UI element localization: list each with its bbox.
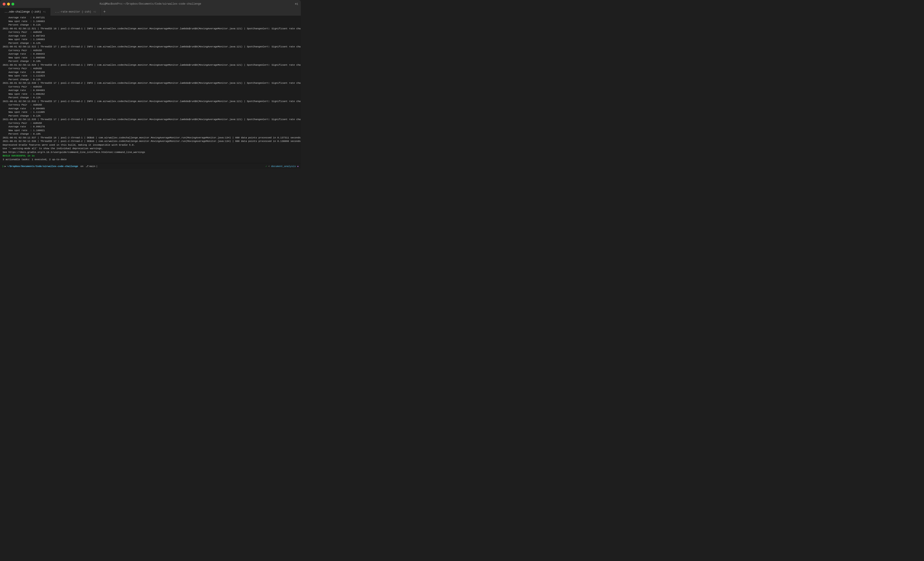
- check-icon: ✓: [266, 165, 267, 168]
- prompt-right-section: ✓ < document_analysis ◆: [266, 165, 298, 168]
- tab-1-shortcut: ⌘1: [43, 11, 46, 13]
- prompt-arrow-icon: ▶: [4, 165, 6, 168]
- terminal-line: Deprecated Gradle features were used in …: [3, 143, 298, 147]
- terminal-line: Average rate : 0.996643: [3, 52, 298, 56]
- terminal-line: New spot rate : 1.109863: [3, 20, 298, 23]
- prompt-cursor: |: [96, 165, 98, 168]
- terminal-line: Average rate : 0.997131: [3, 16, 298, 20]
- terminal-line: 2021-08-01 02:50:12.532 | ThreadID 17 | …: [3, 99, 298, 103]
- terminal-line: Currency Pair : AUDUSD: [3, 122, 298, 125]
- terminal-line: Currency Pair : AUDUSD: [3, 30, 298, 34]
- document-analysis-label: document_analysis: [271, 165, 296, 168]
- terminal-line: Use '--warning-mode all' to show the ind…: [3, 147, 298, 150]
- prompt-bar: ❯ ▶ ~/Dropbox/Documents/Code/airwallex-c…: [0, 163, 301, 169]
- terminal-line: 2021-08-01 02:50:12.521 | ThreadID 16 | …: [3, 27, 298, 31]
- prompt-left-angle: <: [268, 165, 270, 168]
- tab-1-label: ...ode-challenge (-zsh): [4, 11, 41, 14]
- terminal-line: BUILD SUCCESSFUL in 1s: [3, 154, 298, 158]
- terminal-line: Average rate : 0.994965: [3, 107, 298, 111]
- prompt-status-icon: ❯: [2, 165, 4, 168]
- terminal-line: Average rate : 0.998180: [3, 71, 298, 74]
- terminal-line: Currency Pair : AUDUSD: [3, 67, 298, 71]
- terminal-line: 2021-08-01 02:50:12.538 | ThreadID 17 | …: [3, 140, 298, 143]
- terminal-output[interactable]: Average rate : 0.997643 New spot rate : …: [0, 16, 301, 163]
- terminal-line: 2021-08-01 02:50:12.522 | ThreadID 17 | …: [3, 45, 298, 49]
- terminal-line: Currency Pair : AUDUSD: [3, 103, 298, 107]
- terminal-line: Percent change : 0.11%: [3, 78, 298, 81]
- terminal-line: Average rate : 0.994603: [3, 89, 298, 92]
- maximize-button[interactable]: [12, 3, 14, 6]
- titlebar: Kai@MacBookPro:~/Dropbox/Documents/Code/…: [0, 0, 301, 8]
- terminal-line: 2021-08-01 02:50:12.530 | ThreadID 17 | …: [3, 81, 298, 85]
- terminal-line: New spot rate : 1.109863: [3, 38, 298, 41]
- window-title: Kai@MacBookPro:~/Dropbox/Documents/Code/…: [100, 2, 201, 6]
- terminal-line: New spot rate : 1.096560: [3, 56, 298, 60]
- minimize-button[interactable]: [7, 3, 10, 6]
- terminal-line: 3 actionable tasks: 1 executed, 2 up-to-…: [3, 158, 298, 161]
- terminal-line: See https://docs.gradle.org/4.10.3/userg…: [3, 150, 298, 154]
- prompt-branch-name: main: [89, 165, 95, 168]
- terminal-line: New spot rate : 1.111005: [3, 110, 298, 114]
- terminal-line: Percent change : 0.12%: [3, 41, 298, 45]
- terminal-line: Percent change : 0.10%: [3, 60, 298, 63]
- terminal-line: New spot rate : 1.099262: [3, 92, 298, 96]
- traffic-lights: [3, 3, 14, 6]
- prompt-on-text: on: [79, 165, 85, 168]
- tab-1[interactable]: ...ode-challenge (-zsh) ⌘1: [0, 8, 50, 16]
- terminal-line: Percent change : 0.10%: [3, 132, 298, 136]
- tabs-bar: ...ode-challenge (-zsh) ⌘1 ...-rate-moni…: [0, 8, 301, 16]
- terminal-line: New spot rate : 1.100021: [3, 129, 298, 132]
- tab-2[interactable]: ...-rate-monitor (-zsh) ⌘2: [50, 8, 101, 16]
- gem-icon: ◆: [297, 165, 298, 168]
- close-button[interactable]: [3, 3, 6, 6]
- terminal-line: Average rate : 0.996278: [3, 125, 298, 129]
- terminal-line: 2021-08-01 02:50:12.526 | ThreadID 16 | …: [3, 63, 298, 67]
- terminal-line: Currency Pair : AUDUSD: [3, 85, 298, 89]
- terminal-line: Percent change : 0.11%: [3, 96, 298, 99]
- terminal-line: Average rate : 0.997343: [3, 34, 298, 38]
- terminal-line: Percent change : 0.12%: [3, 114, 298, 118]
- tab-2-label: ...-rate-monitor (-zsh): [55, 11, 92, 14]
- terminal-line: Percent change : 0.11%: [3, 23, 298, 27]
- window-shortcut: ⌘1: [295, 2, 298, 6]
- terminal-line: 2021-08-01 02:50:12.535 | ThreadID 17 | …: [3, 118, 298, 122]
- tab-2-shortcut: ⌘2: [93, 11, 96, 13]
- new-tab-button[interactable]: +: [100, 10, 108, 14]
- terminal-window: Kai@MacBookPro:~/Dropbox/Documents/Code/…: [0, 0, 301, 169]
- terminal-line: Currency Pair : AUDUSD: [3, 49, 298, 53]
- prompt-path: ~/Dropbox/Documents/Code/airwallex-code-…: [7, 165, 78, 168]
- terminal-line: 2021-08-01 02:50:12.537 | ThreadID 16 | …: [3, 136, 298, 140]
- prompt-branch-icon: ⎇: [86, 165, 88, 168]
- terminal-line: New spot rate : 1.111823: [3, 74, 298, 78]
